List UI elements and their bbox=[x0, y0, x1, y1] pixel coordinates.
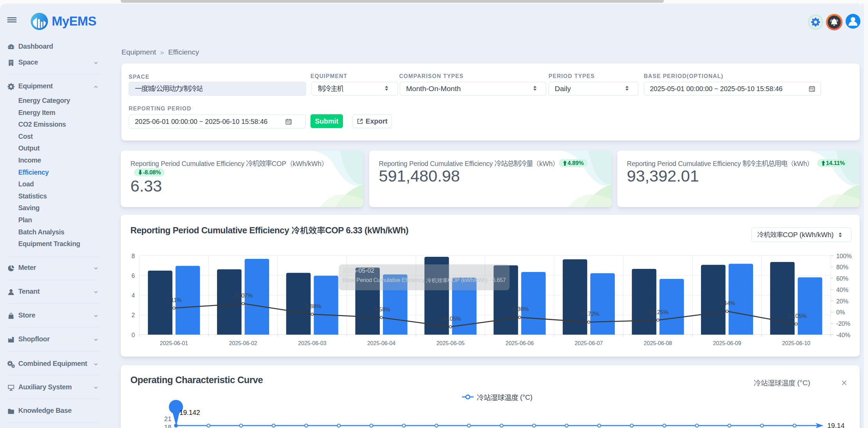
svg-text:60%: 60% bbox=[836, 275, 848, 282]
svg-text:8: 8 bbox=[131, 253, 135, 260]
svg-text:1.44%: 1.44% bbox=[719, 300, 735, 306]
svg-text:-3.88%: -3.88% bbox=[303, 303, 322, 309]
svg-text:6: 6 bbox=[131, 272, 135, 279]
svg-text:4: 4 bbox=[131, 292, 135, 299]
svg-text:2025-06-07: 2025-06-07 bbox=[575, 340, 603, 346]
svg-text:2025-06-09: 2025-06-09 bbox=[713, 340, 741, 346]
svg-text:19.14: 19.14 bbox=[827, 422, 845, 428]
svg-text:2025-06-08: 2025-06-08 bbox=[644, 340, 672, 346]
svg-text:-26.05%: -26.05% bbox=[440, 315, 461, 322]
svg-text:2025-06-03: 2025-06-03 bbox=[298, 340, 326, 346]
svg-text:2025-06-01: 2025-06-01 bbox=[160, 340, 188, 346]
svg-text:-21.05%: -21.05% bbox=[786, 313, 807, 319]
svg-text:2025-06-10: 2025-06-10 bbox=[782, 340, 810, 346]
svg-text:-9.30%: -9.30% bbox=[511, 306, 529, 312]
svg-text:-20%: -20% bbox=[836, 320, 850, 327]
svg-text:-14.25%: -14.25% bbox=[647, 309, 669, 315]
svg-text:-40%: -40% bbox=[836, 332, 850, 339]
svg-text:18: 18 bbox=[164, 424, 171, 428]
svg-text:0: 0 bbox=[131, 332, 135, 339]
svg-text:100%: 100% bbox=[836, 253, 852, 260]
svg-text:-9.58%: -9.58% bbox=[372, 306, 391, 312]
svg-text:2025-06-06: 2025-06-06 bbox=[505, 340, 534, 346]
svg-text:80%: 80% bbox=[836, 264, 848, 271]
svg-text:2025-06-04: 2025-06-04 bbox=[367, 340, 395, 346]
svg-text:2: 2 bbox=[131, 312, 135, 319]
svg-text:2025-06-02: 2025-06-02 bbox=[229, 340, 257, 346]
svg-text:20%: 20% bbox=[836, 298, 848, 305]
svg-text:-17.72%: -17.72% bbox=[578, 311, 600, 317]
svg-text:19.142: 19.142 bbox=[179, 409, 200, 416]
svg-text:21: 21 bbox=[164, 415, 171, 422]
svg-text:2025-06-05: 2025-06-05 bbox=[436, 340, 465, 346]
svg-text:7.11%: 7.11% bbox=[166, 297, 182, 303]
svg-text:0%: 0% bbox=[836, 309, 845, 316]
svg-text:40%: 40% bbox=[836, 286, 848, 293]
svg-text:15.07%: 15.07% bbox=[234, 292, 253, 299]
